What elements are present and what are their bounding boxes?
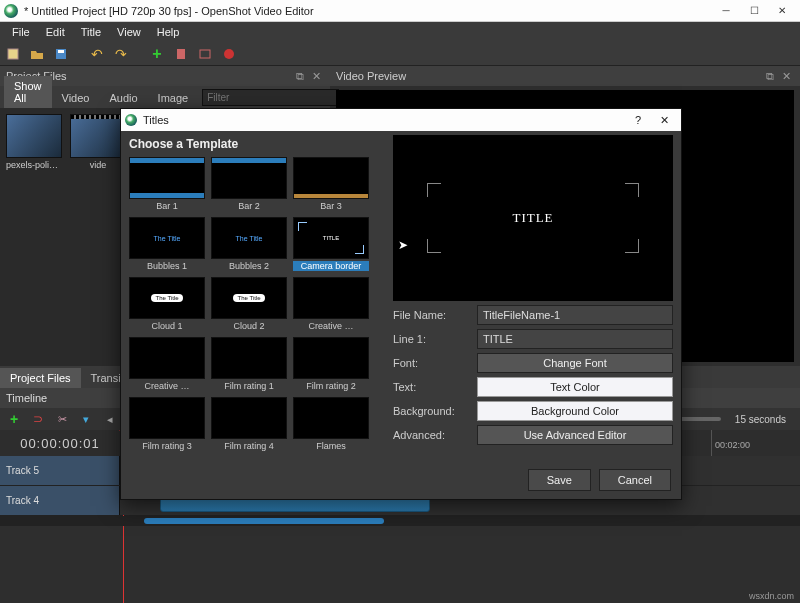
- template-label: Cloud 2: [211, 321, 287, 331]
- template-label: Film rating 4: [211, 441, 287, 451]
- advanced-editor-button[interactable]: Use Advanced Editor: [477, 425, 673, 445]
- template-label: Creative …: [129, 381, 205, 391]
- template-label: Bar 2: [211, 201, 287, 211]
- template-item[interactable]: Bar 3: [293, 157, 369, 211]
- dialog-titlebar: Titles ? ✕: [121, 109, 681, 131]
- template-label: Cloud 1: [129, 321, 205, 331]
- dialog-close-button[interactable]: ✕: [651, 114, 677, 127]
- text-color-button[interactable]: Text Color: [477, 377, 673, 397]
- file-name-input[interactable]: [477, 305, 673, 325]
- template-list[interactable]: Bar 1Bar 2Bar 3The TitleBubbles 1The Tit…: [129, 157, 385, 457]
- titles-dialog: Titles ? ✕ Choose a Template Bar 1Bar 2B…: [120, 108, 682, 500]
- template-item[interactable]: Bar 1: [129, 157, 205, 211]
- template-label: Film rating 2: [293, 381, 369, 391]
- template-item[interactable]: Bar 2: [211, 157, 287, 211]
- template-item[interactable]: Flames: [293, 397, 369, 451]
- template-item[interactable]: Film rating 3: [129, 397, 205, 451]
- template-item[interactable]: The TitleBubbles 2: [211, 217, 287, 271]
- app-icon: [125, 114, 137, 126]
- dialog-help-button[interactable]: ?: [625, 114, 651, 126]
- title-preview: TITLE: [393, 135, 673, 301]
- font-label: Font:: [393, 357, 471, 369]
- text-label: Text:: [393, 381, 471, 393]
- template-item[interactable]: Creative …: [129, 337, 205, 391]
- template-label: Flames: [293, 441, 369, 451]
- template-label: Bubbles 2: [211, 261, 287, 271]
- template-item[interactable]: Film rating 2: [293, 337, 369, 391]
- template-label: Bar 3: [293, 201, 369, 211]
- template-item[interactable]: The TitleBubbles 1: [129, 217, 205, 271]
- save-button[interactable]: Save: [528, 469, 591, 491]
- advanced-label: Advanced:: [393, 429, 471, 441]
- line1-label: Line 1:: [393, 333, 471, 345]
- template-label: Bar 1: [129, 201, 205, 211]
- line1-input[interactable]: [477, 329, 673, 349]
- template-item[interactable]: Creative …: [293, 277, 369, 331]
- change-font-button[interactable]: Change Font: [477, 353, 673, 373]
- template-label: Bubbles 1: [129, 261, 205, 271]
- watermark: wsxdn.com: [749, 591, 794, 601]
- template-item[interactable]: The TitleCloud 1: [129, 277, 205, 331]
- template-item[interactable]: The TitleCloud 2: [211, 277, 287, 331]
- template-item[interactable]: Film rating 1: [211, 337, 287, 391]
- cancel-button[interactable]: Cancel: [599, 469, 671, 491]
- preview-title-text: TITLE: [512, 210, 553, 226]
- template-label: Film rating 1: [211, 381, 287, 391]
- template-label: Film rating 3: [129, 441, 205, 451]
- template-item[interactable]: Film rating 4: [211, 397, 287, 451]
- template-label: Creative …: [293, 321, 369, 331]
- choose-template-heading: Choose a Template: [129, 137, 385, 151]
- background-color-button[interactable]: Background Color: [477, 401, 673, 421]
- dialog-title: Titles: [143, 114, 625, 126]
- background-label: Background:: [393, 405, 471, 417]
- template-label: Camera border: [293, 261, 369, 271]
- template-item[interactable]: TITLECamera border: [293, 217, 369, 271]
- file-name-label: File Name:: [393, 309, 471, 321]
